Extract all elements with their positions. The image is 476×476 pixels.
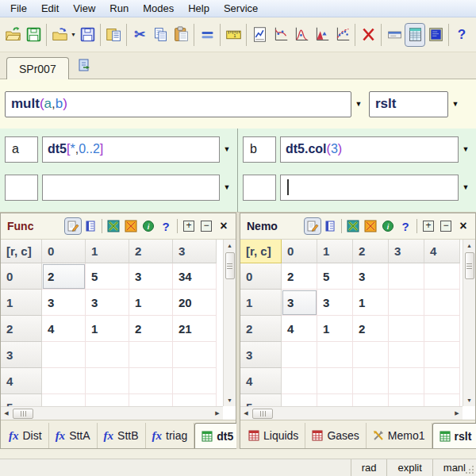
table-cell[interactable]: [353, 368, 389, 394]
table-cell[interactable]: 5: [317, 263, 353, 290]
tab-liquids[interactable]: Liquids: [242, 423, 305, 448]
plot-fit-button[interactable]: [332, 23, 352, 47]
scroll-right-button[interactable]: ▶: [451, 408, 463, 420]
table-cell[interactable]: 2: [353, 316, 389, 342]
param-empty-name-input-right[interactable]: [243, 175, 276, 201]
scroll-thumb[interactable]: [252, 409, 273, 419]
result-dropdown[interactable]: ▼: [448, 100, 463, 108]
table-cell[interactable]: 4: [282, 316, 317, 342]
table-cell-selected[interactable]: 3: [282, 290, 317, 316]
table-cell[interactable]: [353, 342, 389, 368]
vertical-scrollbar[interactable]: ▲ ▼: [463, 240, 475, 406]
menu-view[interactable]: View: [66, 1, 102, 16]
tab-gases[interactable]: Gases: [305, 423, 366, 448]
menu-service[interactable]: Service: [217, 1, 265, 16]
collapse-button[interactable]: −: [198, 217, 215, 235]
table-cell[interactable]: [282, 342, 317, 368]
scroll-left-button[interactable]: ◀: [240, 408, 251, 420]
row-header[interactable]: 3: [240, 342, 282, 368]
info-button[interactable]: i: [379, 217, 397, 235]
table-cell[interactable]: [389, 290, 424, 316]
table-cell[interactable]: [42, 368, 86, 394]
col-header[interactable]: 3: [389, 240, 424, 263]
col-header[interactable]: 2: [129, 240, 173, 263]
table-view-button[interactable]: [405, 23, 425, 47]
open-document-dropdown[interactable]: ▼: [70, 32, 77, 37]
menu-help[interactable]: Help: [181, 1, 217, 16]
info-button[interactable]: i: [140, 217, 157, 235]
tab-dist[interactable]: fxDist: [2, 423, 49, 448]
document-tab-active[interactable]: SPr007: [6, 57, 69, 79]
copy-button[interactable]: [150, 23, 171, 47]
console-view-button[interactable]: [425, 23, 446, 47]
col-header[interactable]: 2: [353, 240, 389, 263]
col-header[interactable]: 3: [173, 240, 217, 263]
param-empty-value-input-left[interactable]: [42, 175, 220, 201]
matrix-orange-button[interactable]: [362, 217, 379, 235]
table-cell[interactable]: 3: [353, 263, 389, 290]
row-header[interactable]: 3: [1, 342, 42, 368]
doc-list-button[interactable]: [82, 217, 99, 235]
horizontal-scrollbar[interactable]: ◀ ▶: [1, 406, 223, 420]
row-header[interactable]: 1: [240, 290, 282, 316]
table-cell[interactable]: 4: [42, 316, 86, 342]
horizontal-scrollbar[interactable]: ◀ ▶: [240, 406, 463, 420]
param-empty-name-input-left[interactable]: [5, 175, 38, 201]
table-cell[interactable]: [42, 342, 86, 368]
matrix-orange-button[interactable]: [122, 217, 140, 235]
plot-distribution-button[interactable]: [290, 23, 311, 47]
plot-xy-button[interactable]: [270, 23, 290, 47]
col-header[interactable]: 0: [42, 240, 86, 263]
close-panel-button[interactable]: ×: [215, 217, 232, 235]
doc-list-button[interactable]: [321, 217, 339, 235]
table-cell[interactable]: [173, 342, 217, 368]
table-cell[interactable]: [317, 394, 353, 406]
param-empty-dropdown-right[interactable]: ▼: [459, 183, 473, 191]
scroll-left-button[interactable]: ◀: [1, 408, 12, 420]
table-cell[interactable]: 34: [173, 263, 217, 290]
table-cell[interactable]: [129, 394, 173, 406]
help-button[interactable]: ?: [451, 23, 472, 47]
row-header[interactable]: 0: [1, 263, 42, 290]
row-header[interactable]: 5: [1, 394, 42, 406]
open-button[interactable]: [2, 23, 23, 47]
tab-dt5-active[interactable]: dt5: [194, 423, 240, 448]
table-cell[interactable]: [424, 263, 460, 290]
col-header[interactable]: 0: [282, 240, 317, 263]
table-cell[interactable]: [424, 342, 460, 368]
param-b-dropdown[interactable]: ▼: [459, 145, 473, 153]
scroll-thumb[interactable]: [465, 252, 474, 279]
row-header[interactable]: 0: [240, 263, 282, 290]
report-button[interactable]: [249, 23, 270, 47]
resize-grip[interactable]: [465, 465, 475, 475]
tab-sttb[interactable]: fxSttB: [98, 423, 146, 448]
result-name-input[interactable]: rslt: [369, 91, 448, 117]
scroll-right-button[interactable]: ▶: [212, 408, 223, 420]
param-b-value-input[interactable]: dt5.col(3): [280, 136, 459, 163]
table-cell[interactable]: [129, 368, 173, 394]
row-header[interactable]: 4: [1, 368, 42, 394]
table-cell[interactable]: [86, 394, 129, 406]
col-header[interactable]: 1: [86, 240, 129, 263]
table-cell[interactable]: [173, 368, 217, 394]
table-cell[interactable]: 21: [173, 316, 217, 342]
ruler-button[interactable]: 1: [223, 23, 244, 47]
col-header[interactable]: 1: [317, 240, 353, 263]
expression-dropdown[interactable]: ▼: [351, 100, 366, 108]
table-cell[interactable]: [353, 394, 389, 406]
param-b-name-input[interactable]: b: [243, 136, 276, 163]
table-cell[interactable]: 1: [317, 316, 353, 342]
param-a-name-input[interactable]: a: [5, 136, 38, 163]
close-panel-button[interactable]: ×: [455, 217, 472, 235]
table-cell[interactable]: [173, 394, 217, 406]
panel-help-button[interactable]: ?: [397, 217, 414, 235]
table-cell[interactable]: [86, 368, 129, 394]
menu-modes[interactable]: Modes: [136, 1, 181, 16]
table-cell[interactable]: [424, 290, 460, 316]
table-cell[interactable]: 3: [42, 290, 86, 316]
plot-histogram-button[interactable]: [311, 23, 332, 47]
table-cell[interactable]: [424, 316, 460, 342]
table-cell-selected[interactable]: 2: [42, 263, 86, 290]
edit-note-button[interactable]: [304, 217, 321, 235]
align-button[interactable]: [197, 23, 217, 47]
